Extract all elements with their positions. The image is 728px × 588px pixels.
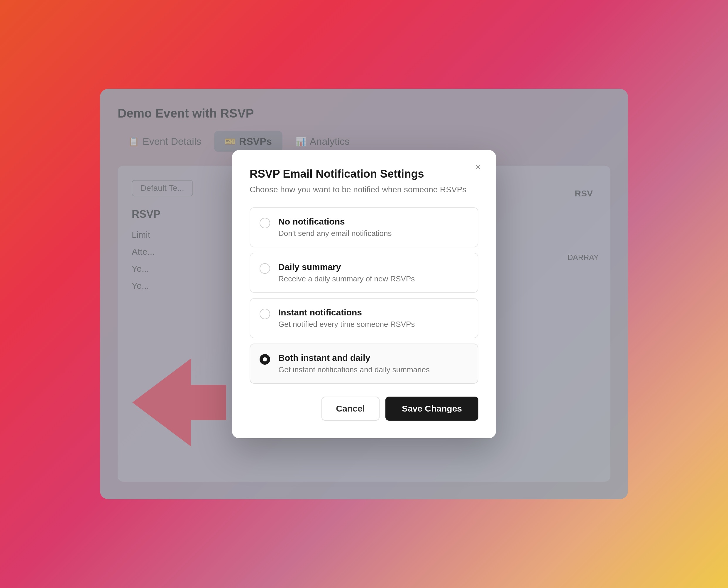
option-no-notifications-text: No notifications Don't send any email no… (278, 217, 392, 238)
option-daily-summary-title: Daily summary (278, 262, 415, 272)
modal-subtitle: Choose how you want to be notified when … (249, 185, 479, 194)
option-instant-notifications[interactable]: Instant notifications Get notified every… (249, 298, 479, 338)
radio-both-instant-daily (260, 354, 270, 365)
modal-footer: Cancel Save Changes (249, 397, 479, 421)
option-no-notifications[interactable]: No notifications Don't send any email no… (249, 207, 479, 247)
modal-title: RSVP Email Notification Settings (249, 168, 479, 180)
option-no-notifications-title: No notifications (278, 217, 392, 227)
option-both-instant-daily-title: Both instant and daily (278, 353, 430, 363)
radio-no-notifications (260, 218, 270, 228)
option-both-instant-daily-text: Both instant and daily Get instant notif… (278, 353, 430, 374)
option-instant-notifications-text: Instant notifications Get notified every… (278, 308, 415, 329)
modal-overlay: × RSVP Email Notification Settings Choos… (100, 89, 628, 499)
modal-close-button[interactable]: × (471, 161, 484, 173)
option-daily-summary[interactable]: Daily summary Receive a daily summary of… (249, 253, 479, 293)
notification-options-list: No notifications Don't send any email no… (249, 207, 479, 384)
option-both-instant-daily[interactable]: Both instant and daily Get instant notif… (249, 343, 479, 384)
radio-instant-notifications (260, 309, 270, 319)
option-instant-notifications-title: Instant notifications (278, 308, 415, 317)
notification-settings-modal: × RSVP Email Notification Settings Choos… (232, 150, 496, 438)
cancel-button[interactable]: Cancel (322, 397, 380, 421)
option-daily-summary-desc: Receive a daily summary of new RSVPs (278, 274, 415, 284)
save-changes-button[interactable]: Save Changes (385, 397, 479, 421)
radio-daily-summary (260, 263, 270, 274)
option-instant-notifications-desc: Get notified every time someone RSVPs (278, 320, 415, 329)
app-window: Demo Event with RSVP 📋 Event Details 🎫 R… (100, 89, 628, 499)
option-daily-summary-text: Daily summary Receive a daily summary of… (278, 262, 415, 284)
option-both-instant-daily-desc: Get instant notifications and daily summ… (278, 365, 430, 374)
option-no-notifications-desc: Don't send any email notifications (278, 229, 392, 238)
